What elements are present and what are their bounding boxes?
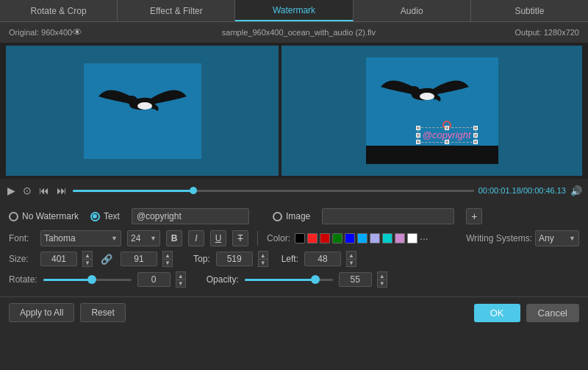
color-swatch-lavender[interactable]	[370, 233, 380, 243]
visibility-icon[interactable]: 👁	[72, 26, 82, 38]
rotate-down[interactable]: ▼	[176, 280, 186, 288]
tab-audio[interactable]: Audio	[354, 0, 471, 21]
watermark-mid-t[interactable]	[445, 126, 449, 130]
watermark-corner-br[interactable]	[473, 140, 478, 144]
size-height-down[interactable]: ▼	[162, 259, 173, 267]
tab-rotate-crop[interactable]: Rotate & Crop	[0, 0, 118, 21]
image-watermark-option[interactable]: Image	[273, 211, 310, 221]
progress-thumb[interactable]	[190, 187, 197, 194]
top-up[interactable]: ▲	[258, 251, 268, 259]
link-icon[interactable]: 🔗	[101, 254, 112, 265]
watermark-corner-tl[interactable]	[416, 126, 420, 130]
opacity-up[interactable]: ▲	[377, 271, 387, 280]
bold-button[interactable]: B	[166, 230, 182, 246]
next-button[interactable]: ⏭	[55, 183, 68, 198]
text-watermark-option[interactable]: Text	[90, 211, 120, 221]
underline-button[interactable]: U	[210, 230, 226, 246]
rotate-slider[interactable]	[43, 279, 132, 281]
text-watermark-radio[interactable]	[90, 212, 100, 221]
left-arrows: ▲ ▼	[346, 251, 356, 267]
color-swatch-cyan[interactable]	[382, 233, 392, 243]
watermark-corner-tr[interactable]	[473, 126, 478, 130]
progress-fill	[73, 190, 193, 192]
color-swatch-green[interactable]	[332, 233, 343, 243]
font-label: Font:	[9, 233, 35, 243]
rotate-label: Rotate:	[9, 274, 37, 285]
bottom-bar: Apply to All Reset OK Cancel	[0, 296, 588, 328]
opacity-slider-thumb[interactable]	[311, 275, 320, 284]
volume-icon[interactable]: 🔊	[570, 185, 582, 196]
stop-button[interactable]: ⊙	[21, 183, 33, 198]
time-display: 00:00:01.18/00:00:46.13	[478, 186, 566, 195]
no-watermark-label: No Watermark	[22, 211, 79, 221]
font-size-select[interactable]: 24 ▼	[127, 230, 160, 246]
top-arrows: ▲ ▼	[258, 251, 268, 267]
color-swatch-white[interactable]	[407, 233, 417, 243]
color-section: Color: ···	[267, 232, 429, 244]
color-swatch-blue[interactable]	[345, 233, 355, 243]
top-input[interactable]	[216, 252, 253, 266]
size-row: Size: ▲ ▼ 🔗 ▲ ▼ Top: ▲ ▼ Left: ▲ ▼	[9, 251, 579, 267]
left-up[interactable]: ▲	[346, 251, 356, 259]
color-swatch-red[interactable]	[307, 233, 318, 243]
no-watermark-option[interactable]: No Watermark	[9, 211, 79, 221]
color-swatch-darkred[interactable]	[320, 233, 330, 243]
size-height-up[interactable]: ▲	[162, 251, 173, 259]
apply-all-button[interactable]: Apply to All	[9, 303, 74, 322]
color-swatch-lightblue[interactable]	[357, 233, 368, 243]
divider	[257, 231, 258, 246]
bird-svg-right	[366, 57, 498, 164]
watermark-mid-b[interactable]	[445, 140, 449, 144]
size-width-up[interactable]: ▲	[82, 251, 93, 259]
left-input[interactable]	[304, 252, 341, 266]
size-height-input[interactable]	[121, 252, 157, 266]
no-watermark-radio[interactable]	[9, 212, 18, 221]
strikethrough-button[interactable]: T	[232, 230, 248, 246]
size-width-input[interactable]	[40, 252, 77, 266]
preview-area: @copyright	[0, 43, 588, 179]
left-buttons: Apply to All Reset	[9, 303, 126, 322]
rotate-slider-thumb[interactable]	[87, 275, 96, 284]
rotate-slider-track[interactable]	[43, 279, 132, 281]
image-watermark-radio[interactable]	[273, 212, 282, 221]
opacity-arrows: ▲ ▼	[377, 271, 387, 288]
image-label: Image	[286, 211, 310, 221]
cancel-button[interactable]: Cancel	[526, 304, 579, 322]
opacity-slider[interactable]	[245, 279, 333, 281]
opacity-down[interactable]: ▼	[377, 280, 387, 288]
video-info-bar: Original: 960x400 👁 sample_960x400_ocean…	[0, 22, 588, 43]
top-down[interactable]: ▼	[258, 259, 268, 267]
opacity-slider-track[interactable]	[245, 279, 333, 281]
reset-button[interactable]: Reset	[80, 303, 125, 322]
watermark-text-display: @copyright	[423, 129, 471, 140]
watermark-overlay[interactable]: @copyright	[417, 127, 476, 143]
ok-button[interactable]: OK	[474, 304, 520, 322]
writing-systems-select[interactable]: Any ▼	[535, 230, 579, 246]
watermark-type-row: No Watermark Text Image +	[9, 208, 579, 224]
left-down[interactable]: ▼	[346, 259, 356, 267]
text-watermark-input[interactable]	[132, 208, 249, 224]
rotate-input[interactable]	[137, 272, 171, 287]
size-width-down[interactable]: ▼	[82, 259, 93, 267]
prev-button[interactable]: ⏮	[37, 183, 51, 198]
watermark-mid-r[interactable]	[473, 133, 478, 138]
watermark-mid-l[interactable]	[416, 133, 420, 138]
color-swatch-purple[interactable]	[395, 233, 405, 243]
color-swatch-black[interactable]	[295, 233, 305, 243]
add-image-button[interactable]: +	[466, 208, 482, 224]
progress-track[interactable]	[73, 190, 474, 192]
watermark-corner-bl[interactable]	[416, 140, 420, 144]
rotate-up[interactable]: ▲	[176, 271, 186, 280]
size-width-arrows: ▲ ▼	[82, 251, 93, 267]
tab-effect-filter[interactable]: Effect & Filter	[118, 0, 235, 21]
size-label: Size:	[9, 254, 35, 264]
font-family-select[interactable]: Tahoma ▼	[40, 230, 121, 246]
more-colors-button[interactable]: ···	[420, 232, 429, 244]
opacity-input[interactable]	[339, 272, 372, 287]
italic-button[interactable]: I	[188, 230, 204, 246]
font-family-arrow: ▼	[111, 235, 118, 242]
image-path-input[interactable]	[322, 208, 454, 224]
play-button[interactable]: ▶	[6, 183, 17, 198]
tab-subtitle[interactable]: Subtitle	[471, 0, 588, 21]
tab-watermark[interactable]: Watermark	[235, 0, 353, 21]
